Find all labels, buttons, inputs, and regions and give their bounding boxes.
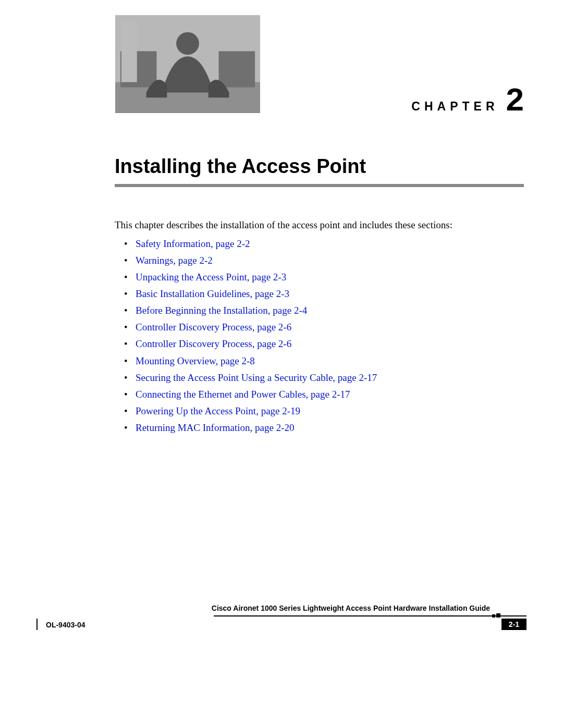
footer-rule — [214, 615, 527, 616]
chapter-number: 2 — [506, 83, 524, 116]
chapter-label: CHAPTER — [411, 100, 498, 114]
section-link[interactable]: Powering Up the Access Point, page 2-19 — [136, 405, 300, 416]
list-item: Controller Discovery Process, page 2-6 — [126, 337, 524, 351]
svg-rect-3 — [219, 51, 255, 87]
list-item: Unpacking the Access Point, page 2-3 — [126, 270, 524, 284]
list-item: Warnings, page 2-2 — [126, 254, 524, 267]
section-link[interactable]: Unpacking the Access Point, page 2-3 — [136, 272, 286, 282]
list-item: Controller Discovery Process, page 2-6 — [126, 320, 524, 334]
list-item: Safety Information, page 2-2 — [126, 237, 524, 251]
section-link[interactable]: Warnings, page 2-2 — [136, 255, 213, 266]
list-item: Before Beginning the Installation, page … — [126, 304, 524, 317]
list-item: Basic Installation Guidelines, page 2-3 — [126, 287, 524, 301]
list-item: Securing the Access Point Using a Securi… — [126, 371, 524, 385]
footer-left-mark — [36, 619, 38, 630]
list-item: Connecting the Ethernet and Power Cables… — [126, 388, 524, 401]
footer-book-title: Cisco Aironet 1000 Series Lightweight Ac… — [212, 604, 490, 612]
section-link[interactable]: Returning MAC Information, page 2-20 — [136, 422, 294, 433]
section-link[interactable]: Mounting Overview, page 2-8 — [136, 355, 255, 366]
svg-rect-4 — [121, 20, 137, 82]
chapter-title: Installing the Access Point — [115, 155, 527, 178]
page-number-badge: 2-1 — [501, 619, 527, 630]
intro-paragraph: This chapter describes the installation … — [115, 218, 524, 232]
section-link[interactable]: Controller Discovery Process, page 2-6 — [136, 322, 291, 332]
list-item: Returning MAC Information, page 2-20 — [126, 421, 524, 435]
section-link[interactable]: Before Beginning the Installation, page … — [136, 305, 307, 316]
section-link[interactable]: Controller Discovery Process, page 2-6 — [136, 338, 291, 349]
section-link[interactable]: Connecting the Ethernet and Power Cables… — [136, 389, 350, 400]
section-link-list: Safety Information, page 2-2 Warnings, p… — [115, 237, 524, 435]
list-item: Mounting Overview, page 2-8 — [126, 354, 524, 368]
svg-point-5 — [176, 32, 199, 55]
section-link[interactable]: Basic Installation Guidelines, page 2-3 — [136, 288, 289, 299]
chapter-photo — [115, 15, 261, 114]
section-link[interactable]: Safety Information, page 2-2 — [136, 238, 250, 249]
footer-doc-code: OL-9403-04 — [46, 621, 85, 629]
section-link[interactable]: Securing the Access Point Using a Securi… — [136, 372, 377, 383]
title-rule — [115, 184, 524, 187]
list-item: Powering Up the Access Point, page 2-19 — [126, 404, 524, 418]
